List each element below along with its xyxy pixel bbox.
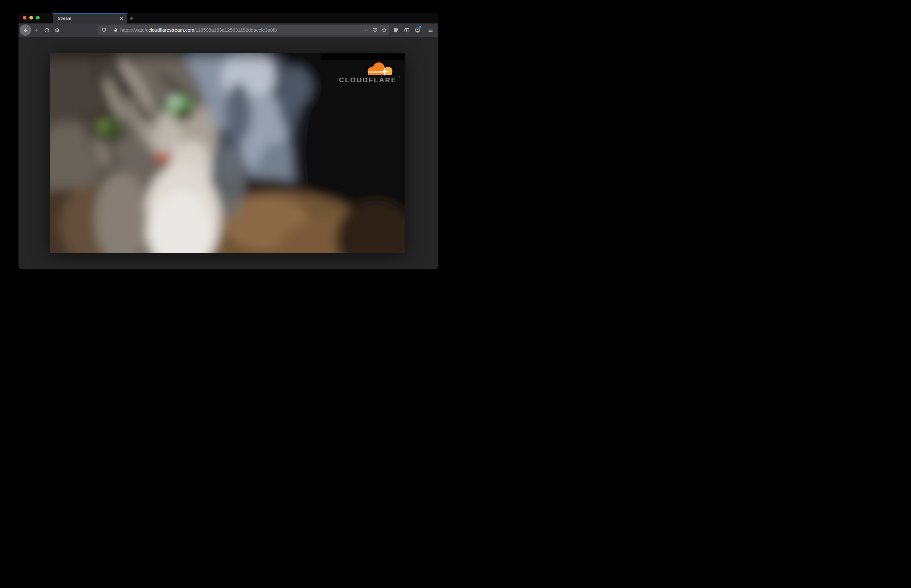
url-text[interactable]: https://watch.cloudflarestream.com/11859… <box>120 25 277 35</box>
reload-icon <box>44 27 50 33</box>
menu-hamburger-icon <box>428 27 433 33</box>
cloudflare-wordmark: CLOUDFLARE <box>339 76 397 84</box>
close-window-icon[interactable] <box>23 16 26 19</box>
forward-icon <box>33 27 39 33</box>
zoom-window-icon[interactable] <box>36 16 40 19</box>
tab-close-icon[interactable] <box>119 16 124 21</box>
tab-stream[interactable]: Stream <box>53 13 127 23</box>
minimize-window-icon[interactable] <box>29 16 33 19</box>
cloudflare-trademark: ™ <box>397 76 400 78</box>
sidebar-button[interactable] <box>403 26 410 34</box>
sidebar-icon <box>404 27 410 33</box>
menu-button[interactable] <box>426 26 435 34</box>
url-path: /118598a163a125631152ddaccfe3a0fb <box>194 27 277 33</box>
reload-button[interactable] <box>43 26 50 34</box>
home-button[interactable] <box>53 26 61 34</box>
tracking-protection-shield-icon[interactable] <box>102 27 107 33</box>
library-icon <box>393 27 399 33</box>
lock-icon[interactable] <box>113 27 118 33</box>
video-player[interactable]: CLOUDFLARE ™ <box>50 53 405 253</box>
back-icon <box>23 27 28 33</box>
home-icon <box>54 27 60 33</box>
navigation-toolbar: https://watch.cloudflarestream.com/11859… <box>18 23 438 37</box>
page-actions-ellipsis-icon[interactable] <box>363 27 368 33</box>
library-button[interactable] <box>392 26 400 34</box>
back-button[interactable] <box>20 24 31 36</box>
plus-icon <box>129 16 134 21</box>
address-bar[interactable]: https://watch.cloudflarestream.com/11859… <box>98 25 389 35</box>
tab-title: Stream <box>53 16 119 21</box>
browser-window: Stream <box>18 13 438 269</box>
url-prefix: https://watch. <box>120 27 148 33</box>
url-domain: cloudflarestream.com <box>148 27 194 33</box>
video-frame-cat: CLOUDFLARE ™ <box>50 53 405 253</box>
urlbar-divider <box>109 27 109 33</box>
account-notification-dot <box>419 26 421 28</box>
tab-strip: Stream <box>18 13 438 23</box>
new-tab-button[interactable] <box>128 15 136 22</box>
toolbar-divider <box>424 27 424 33</box>
forward-button[interactable] <box>32 26 40 34</box>
pocket-icon[interactable] <box>372 27 378 33</box>
desktop-background: { "browser": { "tab": { "title": "Stream… <box>0 0 456 294</box>
page-content: CLOUDFLARE ™ <box>18 37 438 269</box>
bookmark-star-icon[interactable] <box>381 27 387 33</box>
